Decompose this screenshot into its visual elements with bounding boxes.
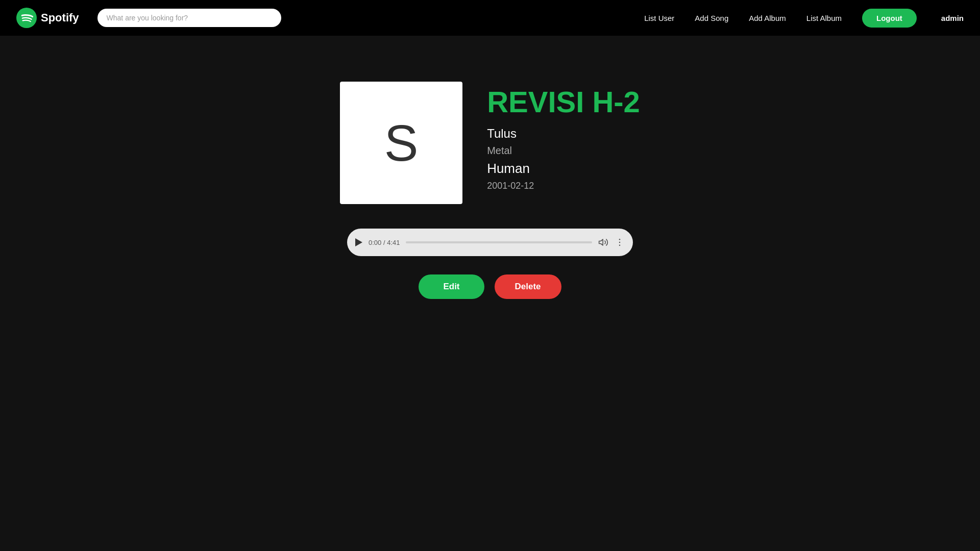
album-art-letter: S [384,114,419,172]
more-icon [615,237,625,247]
volume-icon [598,237,608,247]
total-duration: 4:41 [387,239,400,246]
main-content: S REVISI H-2 Tulus Metal Human 2001-02-1… [0,36,980,299]
song-info: REVISI H-2 Tulus Metal Human 2001-02-12 [487,82,640,191]
current-time: 0:00 [369,239,381,246]
svg-point-3 [619,242,621,243]
admin-label: admin [941,14,964,22]
nav-add-song[interactable]: Add Song [695,14,728,22]
song-release-date: 2001-02-12 [487,181,640,191]
song-title: REVISI H-2 [487,86,640,118]
song-card: S REVISI H-2 Tulus Metal Human 2001-02-1… [340,82,640,204]
progress-bar[interactable] [406,241,592,243]
audio-player-container: 0:00 / 4:41 [347,229,633,256]
nav-add-album[interactable]: Add Album [749,14,786,22]
nav-list-user[interactable]: List User [644,14,674,22]
play-button[interactable] [355,238,362,246]
logout-button[interactable]: Logout [862,9,917,28]
search-container [97,9,281,27]
audio-player: 0:00 / 4:41 [347,229,633,256]
song-genre: Metal [487,145,640,157]
delete-button[interactable]: Delete [495,274,561,299]
navbar: Spotify List User Add Song Add Album Lis… [0,0,980,36]
svg-point-2 [619,239,621,240]
svg-point-4 [619,245,621,246]
song-artist: Tulus [487,127,640,141]
search-input[interactable] [97,9,281,27]
svg-marker-1 [599,239,603,245]
play-icon [355,238,362,246]
more-options-button[interactable] [615,237,625,247]
time-display: 0:00 / 4:41 [369,239,400,246]
edit-button[interactable]: Edit [419,274,484,299]
action-buttons: Edit Delete [419,274,561,299]
spotify-logo-icon [16,8,37,28]
volume-button[interactable] [598,237,608,247]
brand-name: Spotify [41,11,79,24]
nav-links: List User Add Song Add Album List Album … [644,9,964,28]
album-art: S [340,82,462,204]
logo: Spotify [16,8,79,28]
song-album: Human [487,161,640,177]
nav-list-album[interactable]: List Album [806,14,842,22]
